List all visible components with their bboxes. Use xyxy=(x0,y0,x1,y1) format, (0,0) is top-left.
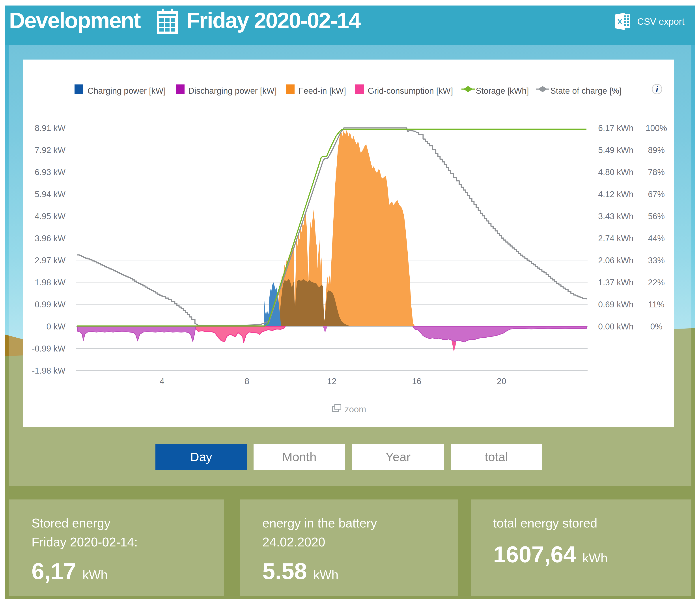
svg-text:12: 12 xyxy=(327,377,336,386)
svg-text:1.98 kW: 1.98 kW xyxy=(35,278,66,287)
svg-text:3.96 kW: 3.96 kW xyxy=(35,234,66,243)
svg-text:i: i xyxy=(656,84,658,94)
svg-text:22%: 22% xyxy=(648,278,665,287)
svg-text:State of charge [%]: State of charge [%] xyxy=(550,86,622,96)
svg-text:16: 16 xyxy=(412,377,421,386)
svg-text:0.00 kWh: 0.00 kWh xyxy=(598,322,634,331)
svg-text:Storage [kWh]: Storage [kWh] xyxy=(476,86,529,96)
svg-text:3.43 kWh: 3.43 kWh xyxy=(598,212,634,221)
svg-text:0.99 kW: 0.99 kW xyxy=(35,300,66,309)
svg-text:0.69 kWh: 0.69 kWh xyxy=(598,300,634,309)
svg-text:Grid-consumption [kW]: Grid-consumption [kW] xyxy=(368,86,453,96)
svg-text:Discharging power [kW]: Discharging power [kW] xyxy=(188,86,277,96)
svg-text:89%: 89% xyxy=(648,146,665,155)
svg-text:8: 8 xyxy=(245,377,249,386)
svg-text:44%: 44% xyxy=(648,234,665,243)
svg-text:2.74 kWh: 2.74 kWh xyxy=(598,234,634,243)
svg-text:33%: 33% xyxy=(648,256,665,265)
svg-text:20: 20 xyxy=(497,377,506,386)
svg-text:4.95 kW: 4.95 kW xyxy=(35,212,66,221)
svg-text:2.97 kW: 2.97 kW xyxy=(35,256,66,265)
svg-text:8.91 kW: 8.91 kW xyxy=(35,123,66,133)
svg-text:-0.99 kW: -0.99 kW xyxy=(32,344,66,353)
svg-text:11%: 11% xyxy=(648,300,664,309)
svg-text:100%: 100% xyxy=(646,123,667,133)
svg-text:5.94 kW: 5.94 kW xyxy=(35,190,66,199)
svg-text:5.49 kWh: 5.49 kWh xyxy=(598,146,634,155)
svg-text:0 kW: 0 kW xyxy=(46,322,66,331)
svg-text:78%: 78% xyxy=(648,168,665,177)
svg-text:1.37 kWh: 1.37 kWh xyxy=(598,278,634,287)
svg-text:zoom: zoom xyxy=(345,405,366,414)
svg-text:Feed-in [kW]: Feed-in [kW] xyxy=(299,86,346,96)
svg-text:56%: 56% xyxy=(648,212,665,221)
svg-text:6.93 kW: 6.93 kW xyxy=(35,168,66,177)
svg-text:2.06 kWh: 2.06 kWh xyxy=(598,256,634,265)
svg-text:6.17 kWh: 6.17 kWh xyxy=(598,123,634,133)
svg-text:Charging power [kW]: Charging power [kW] xyxy=(88,86,166,96)
svg-text:4.80 kWh: 4.80 kWh xyxy=(598,168,634,177)
svg-text:7.92 kW: 7.92 kW xyxy=(35,146,66,155)
svg-text:0%: 0% xyxy=(650,322,662,331)
svg-text:4.12 kWh: 4.12 kWh xyxy=(598,190,634,199)
svg-text:X: X xyxy=(617,18,622,26)
svg-text:-1.98 kW: -1.98 kW xyxy=(32,366,66,375)
svg-text:4: 4 xyxy=(159,377,164,386)
svg-text:67%: 67% xyxy=(648,190,665,199)
